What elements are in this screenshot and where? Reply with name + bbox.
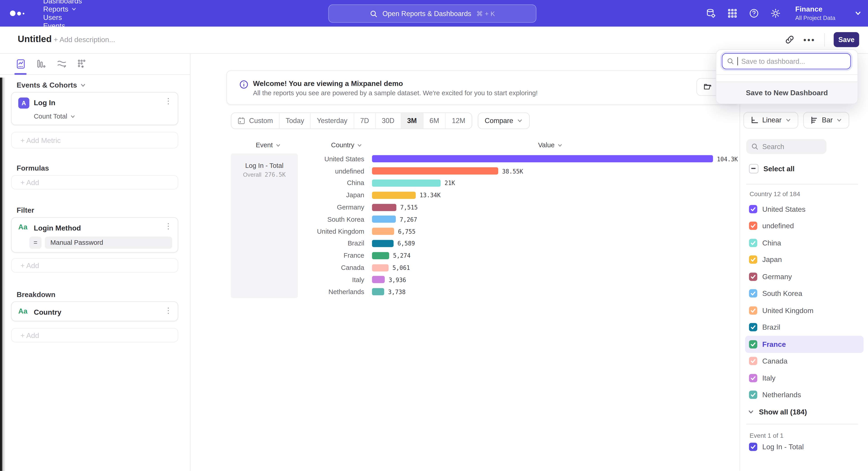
add-filter-button[interactable]: + Add <box>11 258 178 273</box>
date-range-button[interactable]: Custom <box>231 113 280 129</box>
aggregation-selector[interactable]: Count Total <box>34 112 75 120</box>
chart-bar[interactable] <box>372 192 416 199</box>
series-search-input[interactable]: Search <box>746 139 827 154</box>
breakdown-card-country[interactable]: Aa Country ⋮ <box>11 301 178 321</box>
country-filter-item[interactable]: Brazil <box>745 319 864 336</box>
chart-bar[interactable] <box>372 252 389 259</box>
country-checkbox[interactable] <box>749 374 757 382</box>
event-filter-item[interactable]: Log In - Total <box>749 443 804 451</box>
date-range-button[interactable]: Today <box>280 113 311 129</box>
save-button[interactable]: Save <box>834 32 859 47</box>
country-filter-item[interactable]: United States <box>745 201 864 217</box>
chart-bar[interactable] <box>372 276 385 283</box>
tab-flows-icon[interactable] <box>76 55 88 72</box>
metric-card-log-in[interactable]: A Log In ⋮ Count Total <box>11 92 178 125</box>
breakdown-property-name[interactable]: Country <box>34 308 61 317</box>
select-all-row[interactable]: Select all <box>749 164 795 174</box>
chart-bar[interactable] <box>372 264 389 271</box>
tab-retention-icon[interactable] <box>55 55 68 72</box>
filter-value[interactable]: Manual Password <box>45 237 172 249</box>
add-formula-button[interactable]: + Add <box>11 175 178 189</box>
global-search-bar[interactable]: Open Reports & Dashboards ⌘ + K <box>328 4 536 23</box>
add-metric-button[interactable]: + Add Metric <box>11 132 178 148</box>
chart-type-selector-button[interactable]: Bar <box>803 112 849 128</box>
add-description-placeholder[interactable]: + Add description... <box>54 35 115 44</box>
chart-bar[interactable] <box>372 168 498 175</box>
country-checkbox[interactable] <box>749 256 757 264</box>
date-range-button[interactable]: 3M <box>401 113 423 129</box>
country-checkbox[interactable] <box>749 272 757 281</box>
country-checkbox[interactable] <box>749 205 757 213</box>
filter-operator[interactable]: = <box>29 237 41 249</box>
country-filter-item[interactable]: China <box>745 234 864 251</box>
events-cohorts-header[interactable]: Events & Cohorts <box>17 81 86 89</box>
chevron-down-icon[interactable] <box>855 10 861 17</box>
column-header-event[interactable]: Event <box>256 141 280 149</box>
select-all-checkbox-indeterminate[interactable] <box>749 164 758 174</box>
column-header-value[interactable]: Value <box>538 141 562 149</box>
country-checkbox[interactable] <box>749 340 757 348</box>
country-checkbox[interactable] <box>749 391 757 399</box>
chart-row: China 21K <box>301 177 738 189</box>
compare-button[interactable]: Compare <box>477 112 530 129</box>
date-range-button[interactable]: 12M <box>446 113 471 129</box>
report-title[interactable]: Untitled <box>18 34 52 45</box>
filter-property-name[interactable]: Login Method <box>34 224 81 232</box>
kebab-menu-icon[interactable]: ⋮ <box>164 97 172 105</box>
filter-card-login-method[interactable]: Aa Login Method ⋮ = Manual Password <box>11 217 178 253</box>
country-filter-item[interactable]: Italy <box>745 370 864 386</box>
event-checkbox[interactable] <box>749 443 757 451</box>
date-range-button[interactable]: Yesterday <box>311 113 354 129</box>
copy-link-icon[interactable] <box>785 35 795 45</box>
date-range-button[interactable]: 7D <box>354 113 375 129</box>
nav-item[interactable]: Users <box>43 13 82 22</box>
country-checkbox[interactable] <box>749 222 757 230</box>
nav-item[interactable]: Reports <box>43 5 82 13</box>
country-filter-item[interactable]: France <box>745 336 864 353</box>
add-breakdown-button[interactable]: + Add <box>11 328 178 343</box>
chart-bar[interactable] <box>372 204 397 211</box>
country-filter-item[interactable]: Canada <box>745 353 864 370</box>
country-filter-item[interactable]: South Korea <box>745 285 864 302</box>
country-filter-item[interactable]: Netherlands <box>745 386 864 403</box>
apps-grid-icon[interactable] <box>727 8 737 18</box>
scale-selector-button[interactable]: Linear <box>743 112 798 128</box>
nav-item[interactable]: Dashboards <box>43 0 82 5</box>
country-checkbox[interactable] <box>749 323 757 331</box>
help-icon[interactable] <box>749 8 759 18</box>
chart-bar[interactable] <box>372 240 394 247</box>
kebab-menu-icon[interactable]: ⋮ <box>164 222 172 230</box>
save-to-new-dashboard-button[interactable]: Save to New Dashboard <box>716 82 857 104</box>
date-range-button[interactable]: 30D <box>376 113 401 129</box>
nav-item[interactable]: Events <box>43 22 82 30</box>
data-management-icon[interactable] <box>706 8 716 18</box>
country-checkbox[interactable] <box>749 306 757 315</box>
metric-event-name[interactable]: Log In <box>34 99 55 107</box>
more-options-icon[interactable]: ••• <box>803 35 815 45</box>
country-checkbox[interactable] <box>749 239 757 247</box>
tab-funnels-icon[interactable] <box>35 55 47 72</box>
show-all-toggle[interactable]: Show all (184) <box>748 408 807 416</box>
event-series-cell[interactable]: Log In - Total Overall 276.5K <box>231 153 298 298</box>
mixpanel-logo-icon[interactable] <box>10 11 29 16</box>
date-range-button[interactable]: 6M <box>423 113 446 129</box>
country-checkbox[interactable] <box>749 289 757 298</box>
tab-insights-icon[interactable] <box>14 55 27 72</box>
chart-bar[interactable] <box>372 288 384 295</box>
project-switcher[interactable]: Finance All Project Data <box>795 5 835 22</box>
country-filter-item[interactable]: Japan <box>745 251 864 268</box>
mixpanel-insights-report: Dashboards Reports Users Events Open Rep… <box>0 0 868 471</box>
kebab-menu-icon[interactable]: ⋮ <box>164 306 172 314</box>
country-filter-item[interactable]: undefined <box>745 217 864 234</box>
column-header-country[interactable]: Country <box>331 141 362 149</box>
chart-bar[interactable] <box>372 179 441 187</box>
date-range-label: 7D <box>360 117 369 125</box>
save-dashboard-search-input[interactable]: Save to dashboard... <box>722 53 851 69</box>
chart-bar[interactable] <box>372 228 394 235</box>
country-filter-item[interactable]: United Kingdom <box>745 302 864 319</box>
settings-gear-icon[interactable] <box>770 8 780 18</box>
chart-bar[interactable] <box>372 155 713 163</box>
country-checkbox[interactable] <box>749 357 757 365</box>
country-filter-item[interactable]: Germany <box>745 268 864 285</box>
chart-bar[interactable] <box>372 216 396 223</box>
